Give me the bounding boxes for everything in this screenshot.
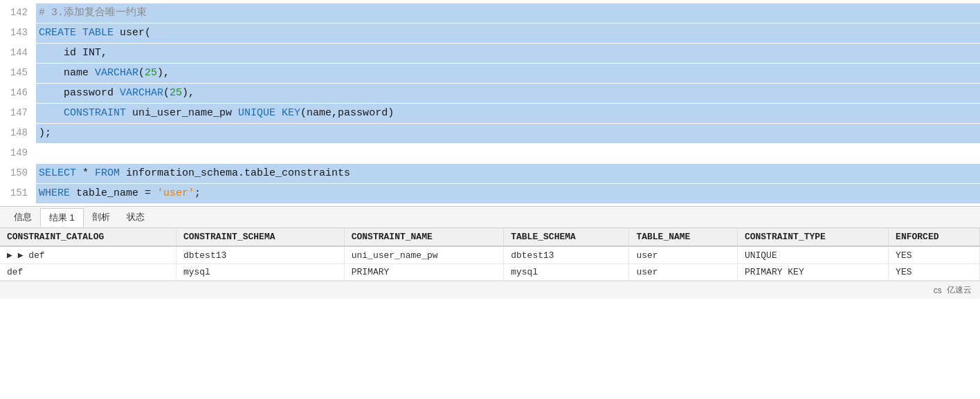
line-content: id INT, (36, 44, 980, 63)
code-line: 143CREATE TABLE user( (0, 23, 980, 43)
line-content: # 3.添加复合唯一约束 (36, 3, 980, 23)
line-content: password VARCHAR(25), (36, 84, 980, 103)
table-cell: def (0, 264, 176, 281)
table-cell: mysql (504, 264, 629, 281)
table-cell: ▶ def (0, 246, 176, 264)
line-content: ); (36, 124, 980, 143)
table-header-constraint_catalog: CONSTRAINT_CATALOG (0, 228, 176, 246)
table-cell: uni_user_name_pw (344, 246, 504, 264)
bottom-bar: cs 亿速云 (0, 281, 980, 299)
line-content: CREATE TABLE user( (36, 24, 980, 43)
code-editor: 142# 3.添加复合唯一约束143CREATE TABLE user(144 … (0, 0, 980, 206)
code-line: 145 name VARCHAR(25), (0, 63, 980, 83)
line-content: WHERE table_name = 'user'; (36, 184, 980, 203)
table-header-constraint_type: CONSTRAINT_TYPE (737, 228, 888, 246)
table-row: ▶ defdbtest13uni_user_name_pwdbtest13use… (0, 246, 980, 264)
table-cell: user (629, 246, 738, 264)
table-cell: PRIMARY (344, 264, 504, 281)
line-content: SELECT * FROM information_schema.table_c… (36, 164, 980, 183)
code-line: 149 (0, 143, 980, 163)
line-number: 142 (0, 3, 36, 22)
line-number: 145 (0, 63, 36, 82)
tab-item-状态[interactable]: 状态 (118, 208, 153, 226)
results-table: CONSTRAINT_CATALOGCONSTRAINT_SCHEMACONST… (0, 228, 980, 281)
table-cell: user (629, 264, 738, 281)
line-content (36, 144, 980, 163)
table-header-table_schema: TABLE_SCHEMA (504, 228, 629, 246)
code-line: 151WHERE table_name = 'user'; (0, 183, 980, 203)
line-number: 148 (0, 123, 36, 142)
table-cell: mysql (176, 264, 344, 281)
code-line: 144 id INT, (0, 43, 980, 63)
code-line: 148); (0, 123, 980, 143)
code-line: 142# 3.添加复合唯一约束 (0, 3, 980, 23)
table-cell: YES (889, 264, 980, 281)
line-number: 146 (0, 83, 36, 102)
results-area: CONSTRAINT_CATALOGCONSTRAINT_SCHEMACONST… (0, 228, 980, 281)
bottom-logo: cs (934, 286, 942, 295)
tab-item-剖析[interactable]: 剖析 (84, 208, 118, 226)
table-header-constraint_schema: CONSTRAINT_SCHEMA (176, 228, 344, 246)
line-number: 147 (0, 103, 36, 122)
table-header-constraint_name: CONSTRAINT_NAME (344, 228, 504, 246)
table-cell: PRIMARY KEY (737, 264, 888, 281)
code-line: 147 CONSTRAINT uni_user_name_pw UNIQUE K… (0, 103, 980, 123)
table-row: defmysqlPRIMARYmysqluserPRIMARY KEYYES (0, 264, 980, 281)
code-line: 150SELECT * FROM information_schema.tabl… (0, 163, 980, 183)
line-number: 143 (0, 23, 36, 42)
line-number: 151 (0, 183, 36, 203)
line-number: 149 (0, 143, 36, 163)
tab-item-信息[interactable]: 信息 (6, 208, 40, 226)
brand-logo: 亿速云 (947, 284, 972, 296)
table-cell: dbtest13 (504, 246, 629, 264)
tab-item-结果 1[interactable]: 结果 1 (40, 208, 84, 227)
table-cell: UNIQUE (737, 246, 888, 264)
table-header-table_name: TABLE_NAME (629, 228, 738, 246)
table-header-enforced: ENFORCED (889, 228, 980, 246)
line-content: name VARCHAR(25), (36, 64, 980, 83)
tabs-bar: 信息结果 1剖析状态 (0, 206, 980, 228)
line-number: 150 (0, 163, 36, 183)
line-content: CONSTRAINT uni_user_name_pw UNIQUE KEY(n… (36, 104, 980, 123)
line-number: 144 (0, 43, 36, 62)
table-cell: dbtest13 (176, 246, 344, 264)
code-block: 142# 3.添加复合唯一约束143CREATE TABLE user(144 … (0, 0, 980, 206)
table-cell: YES (889, 246, 980, 264)
code-line: 146 password VARCHAR(25), (0, 83, 980, 103)
